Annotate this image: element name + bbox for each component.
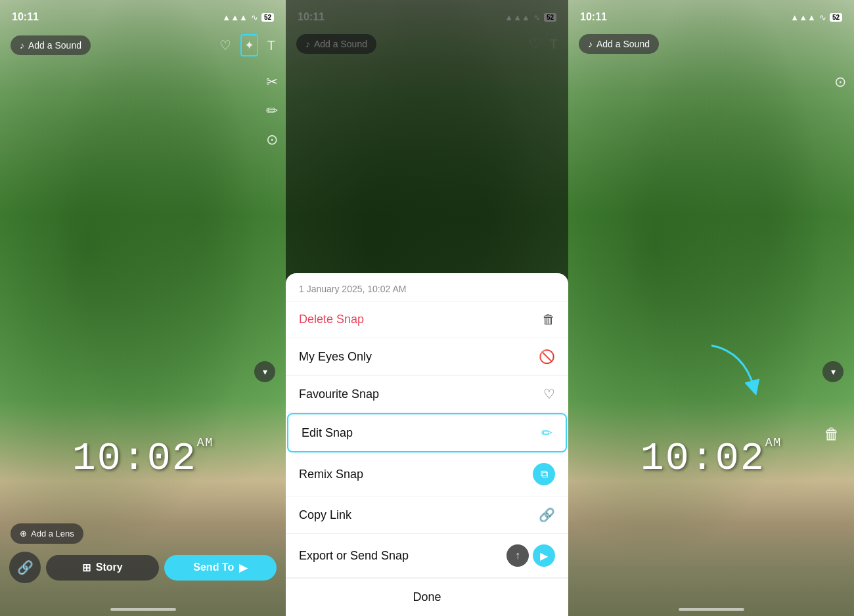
right-panel: 10:11 ▲▲▲ ∿ 52 ♪ Add a Sound ⊙ ▾ 10:02AM [568, 0, 854, 616]
snap-bg-overlay [568, 0, 854, 616]
right-toolbar: ✂ ✏ ⊙ [266, 34, 278, 148]
top-toolbar: ♪ Add a Sound ♡ ✦ T [0, 34, 286, 56]
send-to-label: Send To [193, 561, 234, 573]
action-item-edit[interactable]: Edit Snap ✏ [287, 413, 567, 452]
middle-panel: 10:11 ▲▲▲ ∿ 52 ♪ Add a Sound ♡ T ▾ 1 Jan… [286, 0, 568, 616]
arrow-indicator [705, 339, 764, 401]
add-sound-button[interactable]: ♪ Add a Sound [11, 35, 91, 55]
scissors-icon[interactable]: ✂ [266, 74, 278, 91]
export-snap-label: Export or Send Snap [299, 549, 409, 563]
scroll-down-button[interactable]: ▾ [822, 361, 843, 382]
action-item-eyes-only[interactable]: My Eyes Only 🚫 [286, 338, 568, 376]
left-panel: 10:11 ▲▲▲ ∿ 52 ♪ Add a Sound ♡ ✦ T ✂ ✏ ⊙… [0, 0, 286, 616]
pen-icon[interactable]: ✏ [266, 102, 278, 120]
wifi-icon: ∿ [819, 12, 826, 22]
export-icons: ↑ ▶ [506, 544, 555, 567]
add-sound-label: Add a Sound [596, 39, 650, 49]
status-bar: 10:11 ▲▲▲ ∿ 52 [568, 0, 854, 29]
action-item-favourite[interactable]: Favourite Snap ♡ [286, 376, 568, 413]
camera-icon[interactable]: ⊙ [266, 131, 278, 148]
add-lens-label: Add a Lens [31, 529, 74, 539]
heart-icon: ♡ [219, 37, 231, 53]
home-indicator [679, 608, 744, 611]
action-item-export[interactable]: Export or Send Snap ↑ ▶ [286, 534, 568, 578]
status-icons: ▲▲▲ ∿ 52 [222, 12, 274, 22]
music-icon: ♪ [588, 39, 593, 49]
done-button[interactable]: Done [286, 578, 568, 616]
signal-icon: ▲▲▲ [222, 12, 248, 22]
remix-icon: ⧉ [533, 463, 555, 485]
edit-snap-label: Edit Snap [302, 426, 353, 440]
status-time: 10:11 [12, 11, 39, 23]
add-sound-label: Add a Sound [28, 40, 81, 51]
clock-time: 10:02 [640, 436, 765, 481]
trash-icon: 🗑 [542, 312, 555, 327]
clock-time: 10:02 [72, 436, 197, 481]
link-button[interactable]: 🔗 [9, 552, 41, 583]
battery-badge: 52 [830, 13, 842, 22]
clock-period: AM [765, 436, 782, 449]
lens-icon: ⊕ [20, 529, 27, 539]
eyes-only-label: My Eyes Only [299, 350, 372, 364]
home-indicator [110, 608, 176, 611]
pencil-icon: ✏ [541, 425, 552, 441]
favourite-snap-label: Favourite Snap [299, 387, 379, 401]
add-lens-button[interactable]: ⊕ Add a Lens [11, 523, 83, 544]
scroll-down-button[interactable]: ▾ [254, 361, 275, 382]
export-icon-blue: ▶ [533, 544, 555, 567]
export-icon-gray: ↑ [506, 544, 529, 567]
send-to-button[interactable]: Send To ▶ [164, 555, 277, 581]
story-label: Story [96, 561, 123, 573]
sticker-icon[interactable]: ✦ [240, 34, 258, 56]
send-arrow-icon: ▶ [239, 561, 247, 574]
action-sheet-card: 1 January 2025, 10:02 AM Delete Snap 🗑 M… [286, 273, 568, 616]
status-time: 10:11 [580, 11, 607, 23]
remix-snap-label: Remix Snap [299, 468, 363, 481]
action-item-copy-link[interactable]: Copy Link 🔗 [286, 496, 568, 534]
battery-badge: 52 [261, 13, 274, 22]
eye-hidden-icon: 🚫 [539, 349, 555, 364]
status-bar: 10:11 ▲▲▲ ∿ 52 [0, 0, 286, 29]
action-item-delete[interactable]: Delete Snap 🗑 [286, 301, 568, 338]
clock-overlay: 10:02AM [72, 436, 214, 481]
action-sheet-date: 1 January 2025, 10:02 AM [286, 273, 568, 301]
copy-link-label: Copy Link [299, 508, 351, 522]
action-item-remix[interactable]: Remix Snap ⧉ [286, 452, 568, 496]
add-sound-button[interactable]: ♪ Add a Sound [579, 34, 659, 54]
bottom-toolbar: 🔗 ⊞ Story Send To ▶ [0, 552, 286, 583]
story-button[interactable]: ⊞ Story [46, 555, 159, 581]
right-toolbar: ⊙ [834, 34, 846, 91]
clock-overlay: 10:02AM [640, 436, 782, 481]
status-icons: ▲▲▲ ∿ 52 [790, 12, 842, 22]
camera-icon[interactable]: ⊙ [834, 74, 846, 91]
clock-period: AM [197, 436, 214, 449]
story-icon: ⊞ [82, 561, 91, 574]
music-icon: ♪ [20, 40, 24, 51]
delete-snap-label: Delete Snap [299, 313, 364, 326]
action-sheet: 1 January 2025, 10:02 AM Delete Snap 🗑 M… [286, 273, 568, 616]
signal-icon: ▲▲▲ [790, 12, 816, 22]
wifi-icon: ∿ [251, 12, 258, 22]
link-icon: 🔗 [539, 507, 555, 523]
top-toolbar: ♪ Add a Sound [568, 34, 854, 54]
heart-icon: ♡ [543, 386, 555, 402]
trash-target-icon[interactable]: 🗑 [824, 425, 840, 443]
